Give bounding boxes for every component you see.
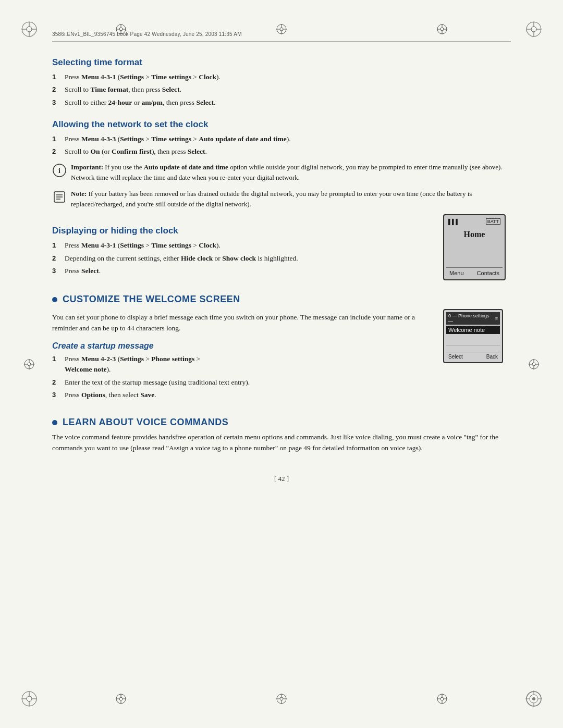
step-text: Press Options, then select Save. bbox=[65, 390, 433, 400]
step-item: 2 Enter the text of the startup message … bbox=[52, 377, 433, 388]
customize-welcome-body: You can set your phone to display a brie… bbox=[52, 312, 433, 334]
displaying-hiding-steps: 1 Press Menu 4-3-1 (Settings > Time sett… bbox=[52, 240, 433, 276]
svg-point-20 bbox=[532, 697, 535, 700]
menu-header-left: 0 — Phone settings — bbox=[448, 313, 495, 324]
welcome-screen-mockup-col: 0 — Phone settings — ≡ Welcome note Sele… bbox=[443, 309, 511, 363]
step-text: Press Menu 4-3-1 (Settings > Time settin… bbox=[65, 72, 511, 82]
corner-mark-tl bbox=[20, 20, 39, 39]
step-text: Press Menu 4-3-1 (Settings > Time settin… bbox=[65, 240, 433, 251]
bullet-dot bbox=[52, 420, 57, 425]
reg-mark-top-right-inner bbox=[436, 23, 448, 35]
reg-mark-bottom-center bbox=[275, 693, 288, 705]
note-box: Note: If your battery has been removed o… bbox=[52, 188, 511, 210]
welcome-note-item: Welcome note bbox=[446, 326, 500, 334]
menu-label: Menu bbox=[449, 270, 464, 276]
reg-mark-bottom-right-inner bbox=[436, 693, 448, 705]
home-screen-mockup-col: ▌▌▌ BATT Home Menu Contacts bbox=[443, 214, 511, 280]
header-text: 3586i.ENv1_BIL_9356745.book Page 42 Wedn… bbox=[52, 31, 242, 37]
customize-welcome-major: CUSTOMIZE THE WELCOME SCREEN bbox=[52, 294, 511, 305]
displaying-hiding-heading: Displaying or hiding the clock bbox=[52, 226, 433, 236]
step-item: 1 Press Menu 4-3-1 (Settings > Time sett… bbox=[52, 240, 433, 251]
corner-mark-tr bbox=[524, 20, 543, 39]
step-number: 3 bbox=[52, 390, 62, 400]
battery-label: BATT bbox=[486, 218, 500, 225]
svg-point-1 bbox=[27, 27, 32, 32]
phone-menu-footer: Select Back bbox=[446, 352, 500, 360]
reg-mark-right-center bbox=[528, 358, 540, 371]
step-item: 2 Depending on the current settings, eit… bbox=[52, 253, 433, 264]
step-number: 1 bbox=[52, 354, 62, 364]
step-text: Depending on the current settings, eithe… bbox=[65, 253, 433, 264]
learn-voice-body: The voice command feature provides hands… bbox=[52, 432, 511, 454]
step-text: Scroll to On (or Confirm first), then pr… bbox=[65, 146, 511, 157]
learn-voice-title: LEARN ABOUT VOICE COMMANDS bbox=[63, 417, 228, 428]
step-number: 2 bbox=[52, 377, 62, 388]
step-item: 3 Scroll to either 24-hour or am/pm, the… bbox=[52, 97, 511, 108]
customize-welcome-content: You can set your phone to display a brie… bbox=[52, 309, 511, 403]
page: 3586i.ENv1_BIL_9356745.book Page 42 Wedn… bbox=[0, 0, 563, 728]
corner-mark-bl bbox=[20, 689, 39, 708]
customize-welcome-section: CUSTOMIZE THE WELCOME SCREEN You can set… bbox=[52, 294, 511, 403]
svg-point-68 bbox=[440, 697, 444, 700]
step-item: 2 Scroll to Time format, then press Sele… bbox=[52, 84, 511, 95]
important-note-box: i Important: If you use the Auto update … bbox=[52, 161, 511, 183]
home-screen-mockup: ▌▌▌ BATT Home Menu Contacts bbox=[443, 214, 506, 280]
phone-menu-header: 0 — Phone settings — ≡ bbox=[446, 312, 500, 325]
learn-voice-major: LEARN ABOUT VOICE COMMANDS bbox=[52, 417, 511, 428]
step-number: 2 bbox=[52, 253, 62, 264]
step-item: 3 Press Select. bbox=[52, 266, 433, 276]
note-icon bbox=[52, 190, 67, 204]
signal-icon: ▌▌▌ bbox=[448, 219, 459, 225]
selecting-time-format-steps: 1 Press Menu 4-3-1 (Settings > Time sett… bbox=[52, 72, 511, 108]
back-label: Back bbox=[486, 354, 498, 360]
svg-point-62 bbox=[119, 697, 123, 700]
home-screen-title: Home bbox=[446, 226, 503, 241]
svg-point-50 bbox=[119, 28, 123, 31]
step-text: Press Menu 4-2-3 (Settings > Phone setti… bbox=[65, 354, 433, 375]
menu-header-right: ≡ bbox=[495, 316, 498, 321]
step-text: Enter the text of the startup message (u… bbox=[65, 377, 433, 388]
allowing-network-heading: Allowing the network to set the clock bbox=[52, 119, 511, 130]
allowing-network-steps: 1 Press Menu 4-3-3 (Settings > Time sett… bbox=[52, 134, 511, 157]
important-text: Important: If you use the Auto update of… bbox=[71, 162, 511, 182]
note-text: Note: If your battery has been removed o… bbox=[71, 189, 511, 209]
selecting-time-format-heading: Selecting time format bbox=[52, 57, 511, 68]
step-number: 2 bbox=[52, 146, 62, 157]
page-number: [ 42 ] bbox=[52, 475, 511, 483]
home-screen-footer: Menu Contacts bbox=[446, 267, 503, 277]
svg-point-44 bbox=[532, 363, 535, 366]
displaying-hiding-text-col: Displaying or hiding the clock 1 Press M… bbox=[52, 214, 433, 279]
content-area: Selecting time format 1 Press Menu 4-3-1… bbox=[52, 57, 511, 483]
important-icon: i bbox=[52, 163, 67, 178]
step-text: Press Select. bbox=[65, 266, 433, 276]
step-item: 1 Press Menu 4-3-3 (Settings > Time sett… bbox=[52, 134, 511, 144]
svg-point-13 bbox=[27, 696, 32, 701]
svg-text:i: i bbox=[58, 167, 60, 175]
svg-point-56 bbox=[440, 28, 444, 31]
corner-mark-br bbox=[524, 689, 543, 708]
step-item: 1 Press Menu 4-3-1 (Settings > Time sett… bbox=[52, 72, 511, 82]
contacts-label: Contacts bbox=[477, 270, 499, 276]
customize-welcome-text-col: You can set your phone to display a brie… bbox=[52, 309, 433, 403]
step-number: 1 bbox=[52, 134, 62, 144]
select-label: Select bbox=[448, 354, 463, 360]
step-number: 3 bbox=[52, 266, 62, 276]
step-number: 2 bbox=[52, 84, 62, 95]
reg-mark-left-center bbox=[23, 358, 35, 371]
welcome-screen-mockup: 0 — Phone settings — ≡ Welcome note Sele… bbox=[443, 309, 503, 363]
displaying-hiding-section: Displaying or hiding the clock 1 Press M… bbox=[52, 214, 511, 280]
learn-voice-section: LEARN ABOUT VOICE COMMANDS The voice com… bbox=[52, 417, 511, 454]
step-text: Scroll to Time format, then press Select… bbox=[65, 84, 511, 95]
reg-mark-top-left-inner bbox=[115, 23, 127, 35]
bullet-dot bbox=[52, 297, 57, 302]
svg-point-32 bbox=[280, 697, 283, 700]
create-startup-heading: Create a startup message bbox=[52, 341, 433, 351]
step-number: 1 bbox=[52, 240, 62, 251]
svg-point-38 bbox=[28, 363, 31, 366]
step-number: 1 bbox=[52, 72, 62, 82]
reg-mark-top-center bbox=[275, 23, 288, 35]
step-item: 3 Press Options, then select Save. bbox=[52, 390, 433, 400]
svg-point-26 bbox=[280, 28, 283, 31]
customize-welcome-title: CUSTOMIZE THE WELCOME SCREEN bbox=[63, 294, 240, 305]
step-item: 2 Scroll to On (or Confirm first), then … bbox=[52, 146, 511, 157]
